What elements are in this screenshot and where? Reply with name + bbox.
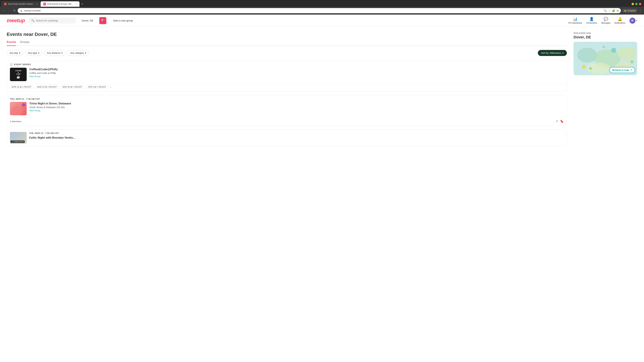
date-chip-2[interactable]: MAR 23 @ 1 PM EDT <box>36 85 59 89</box>
filter-type[interactable]: Any type ▾ <box>25 50 42 56</box>
multiwindow-icon[interactable]: ⧉ <box>617 9 618 12</box>
maximize-button[interactable] <box>635 3 638 5</box>
date-chip-4[interactable]: APR 6 @ 1 PM EDT <box>86 85 108 89</box>
online-label: Online Event <box>14 141 24 143</box>
svg-point-0 <box>11 106 22 115</box>
filter-day-label: Any day <box>10 52 18 54</box>
share-icon[interactable]: ↗ <box>556 119 558 123</box>
svg-point-5 <box>618 47 636 60</box>
filter-type-chevron-icon: ▾ <box>38 52 39 54</box>
back-button[interactable]: ← <box>2 8 6 13</box>
address-url: meetup.com/find/ <box>24 9 41 12</box>
browser-window: M Real Estate Wealth Institute- Ch... × … <box>0 0 644 362</box>
svg-point-9 <box>589 67 592 70</box>
filter-distance-chevron-icon: ▾ <box>62 52 62 54</box>
tab-close-2[interactable]: × <box>76 3 77 5</box>
tab-events[interactable]: Events <box>7 40 16 46</box>
browser-menu-icon[interactable]: ⋮ <box>639 9 642 13</box>
nav-item-connections[interactable]: 👤 Connections <box>586 17 597 24</box>
nav-item-pro-dashboard[interactable]: 📊 Pro Dashboard <box>568 17 582 24</box>
event-info-2: Trivia Night in Dover, Delaware South Je… <box>29 102 564 115</box>
event-dates-row: MAR 16 @ 1 PM EDT MAR 23 @ 1 PM EDT MAR … <box>7 83 567 91</box>
event-group-1: Coffee and Code at Philly <box>29 72 564 74</box>
search-bar-icon: 🔍 <box>31 19 34 22</box>
date-chip-3[interactable]: MAR 30 @ 1 PM EDT <box>61 85 84 89</box>
browse-map-label: Browse in map <box>612 69 629 71</box>
pro-dashboard-label: Pro Dashboard <box>568 22 582 24</box>
svg-point-11 <box>630 60 634 63</box>
forward-button[interactable]: → <box>8 8 12 13</box>
search-icon[interactable]: 🔍 <box>604 9 607 12</box>
tab-label-2: Find Events & Groups | Meetup <box>47 3 74 5</box>
coffee-icon: ☕ <box>16 75 20 79</box>
avatar: M <box>630 17 636 24</box>
messages-label: Messages <box>601 22 610 24</box>
event-group-link-1[interactable]: New Group <box>29 75 40 78</box>
nav-item-notifications[interactable]: 🔔 Notifications <box>614 17 626 24</box>
date-chip-1[interactable]: MAR 16 @ 1 PM EDT <box>10 85 33 89</box>
tab-groups[interactable]: Groups <box>20 40 30 46</box>
event-series-label: EVENT SERIES <box>14 63 31 66</box>
bookmark-icon[interactable]: ☆ <box>608 9 611 12</box>
attendees-count: 3 attendees <box>10 120 554 123</box>
tab-inactive[interactable]: M Real Estate Wealth Institute- Ch... × <box>1 1 40 7</box>
location-display[interactable]: Dover, DE <box>80 18 95 23</box>
site-header: meetup 🔍 Dover, DE 🔍 Start a new group 📊… <box>0 14 644 27</box>
dates-next-icon[interactable]: › <box>110 85 111 89</box>
event-group-link-2[interactable]: New Group <box>29 109 40 112</box>
start-group-link[interactable]: Start a new group <box>113 19 133 22</box>
incognito-badge: 🕵 Incognito <box>622 9 637 12</box>
incognito-icon: 🕵 <box>624 9 626 12</box>
tab-close-1[interactable]: × <box>36 3 38 5</box>
avatar-container[interactable]: M ▾ <box>630 17 637 24</box>
filter-category-label: Any category <box>70 52 84 54</box>
event-info-1: Coffee&Code@Philly Coffee and Code at Ph… <box>29 68 564 81</box>
event-title-3[interactable]: Celtic Night with Brendan Ventis... <box>29 136 564 139</box>
event-card-2: THU, MAR 21 · 7:30 AM CST Trivia Night i… <box>7 95 567 126</box>
incognito-label: Incognito <box>628 9 636 12</box>
meetup-logo[interactable]: meetup <box>7 17 25 24</box>
map-container[interactable]: Browse in map ↗ <box>574 42 637 75</box>
map-panel: Find events near Dover, DE <box>574 32 637 75</box>
address-bar[interactable]: 🔒 meetup.com/find/ 🔍 ☆ 🧩 ⧉ <box>18 8 621 13</box>
find-near-label: Find events near <box>574 32 637 34</box>
tab-label-1: Real Estate Wealth Institute- Ch... <box>8 3 35 5</box>
refresh-button[interactable]: ↻ <box>13 8 16 13</box>
event-title-2[interactable]: Trivia Night in Dover, Delaware <box>29 102 564 105</box>
search-submit-button[interactable]: 🔍 <box>99 17 106 24</box>
notifications-label: Notifications <box>614 22 626 24</box>
bookmark-icon[interactable]: 🔖 <box>560 119 564 123</box>
close-button[interactable] <box>639 3 641 5</box>
event-date-header-2: THU, MAR 21 · 7:30 AM CST <box>10 98 564 100</box>
sort-button[interactable]: Sort by: Relevance ▾ <box>538 50 567 56</box>
event-series-icon: 📋 <box>10 63 13 66</box>
messages-icon: 💬 <box>604 17 608 21</box>
event-title-1[interactable]: Coffee&Code@Philly <box>29 68 564 71</box>
header-nav: 📊 Pro Dashboard 👤 Connections 💬 Messages… <box>568 17 637 24</box>
browse-in-map-button[interactable]: Browse in map ↗ <box>609 67 635 73</box>
search-bar[interactable]: 🔍 <box>29 17 76 23</box>
sort-label: Sort by: Relevance <box>541 52 561 54</box>
filter-distance[interactable]: Any distance ▾ <box>44 50 66 56</box>
svg-point-12 <box>602 45 605 48</box>
page-tabs: Events Groups <box>7 40 567 46</box>
tab-favicon-2: M <box>43 3 46 5</box>
location-text: Dover, DE <box>82 19 93 22</box>
window-controls <box>632 3 643 5</box>
pro-dashboard-icon: 📊 <box>573 17 578 21</box>
filter-category[interactable]: Any category ▾ <box>68 50 89 56</box>
avatar-chevron-icon: ▾ <box>636 19 637 22</box>
address-bar-row: ← → ↻ 🔒 meetup.com/find/ 🔍 ☆ 🧩 ⧉ 🕵 Incog… <box>0 7 644 14</box>
filter-day[interactable]: Any day ▾ <box>7 50 23 56</box>
filters-row: Any day ▾ Any type ▾ Any distance ▾ Any … <box>7 50 567 56</box>
event-main-row: COFFEE&CODE ☕ Coffee&Code@Philly Coffee … <box>7 66 567 83</box>
minimize-button[interactable] <box>632 3 634 5</box>
tab-active[interactable]: M Find Events & Groups | Meetup × <box>40 1 80 7</box>
tab-bar: M Real Estate Wealth Institute- Ch... × … <box>0 0 644 7</box>
new-tab-button[interactable]: + <box>80 2 84 6</box>
extensions-icon[interactable]: 🧩 <box>612 9 615 12</box>
search-input[interactable] <box>36 19 74 22</box>
nav-item-messages[interactable]: 💬 Messages <box>601 17 610 24</box>
event-card-2-inner: Trivia Night in Dover, Delaware South Je… <box>10 102 564 115</box>
filter-type-label: Any type <box>28 52 37 54</box>
